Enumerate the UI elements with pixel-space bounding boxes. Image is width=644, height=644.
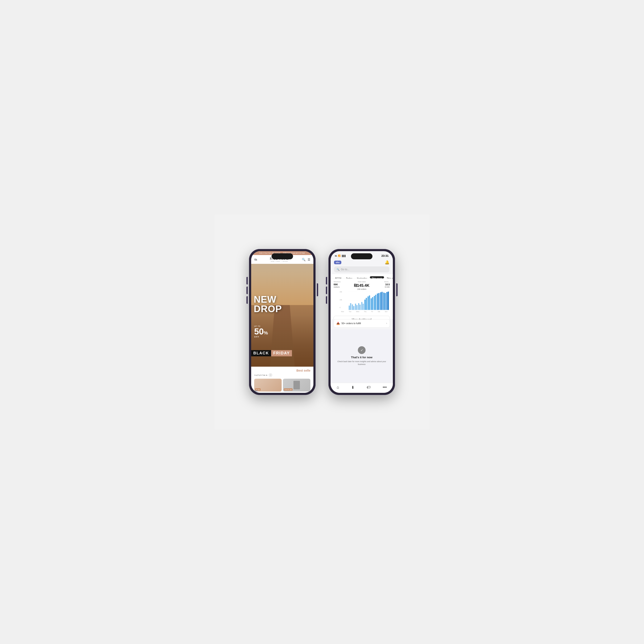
product-price-2: מסן 90.00 ₪ [284, 388, 293, 391]
phone-shopify: 61 📶 ▐▐▐ 23:31 sho 🔔 🔍 Go to... B [328, 249, 395, 395]
x-label-fri: Fri [371, 311, 373, 312]
tab-yesterday[interactable]: Yesterday [355, 276, 369, 278]
product-card-2[interactable]: מסן 90.00 ₪ [283, 379, 310, 392]
svg-rect-6 [353, 306, 355, 310]
chart-y-label-0: 0 [340, 307, 342, 308]
tab-today[interactable]: Today [344, 276, 354, 278]
svg-rect-22 [378, 293, 380, 310]
orders-left: 📥 50+ orders to fulfill [336, 322, 361, 325]
total-sales-value: ₪145.4K [350, 283, 373, 288]
orders-to-fulfill-row[interactable]: 📥 50+ orders to fulfill › [334, 319, 390, 328]
svg-rect-21 [377, 293, 378, 310]
svg-rect-17 [371, 298, 372, 310]
svg-rect-12 [363, 304, 364, 310]
home-nav-icon[interactable]: ⌂ [337, 385, 339, 390]
svg-rect-9 [358, 303, 359, 310]
search-placeholder: Go to... [341, 268, 349, 271]
store-badge[interactable]: sho [334, 261, 341, 264]
orders-fulfill-text: 50+ orders to fulfill [342, 322, 361, 325]
more-nav-icon[interactable]: ••• [383, 385, 387, 390]
bar-chart-svg [348, 291, 390, 310]
signal-icon: 61 [335, 255, 337, 257]
svg-rect-20 [375, 295, 377, 310]
wifi-icon: 📶 [338, 255, 340, 257]
svg-rect-18 [372, 297, 373, 310]
clock: 23:31 [381, 254, 389, 257]
view-dashboard-button[interactable]: View dashboard [334, 316, 390, 319]
download-nav-icon[interactable]: ⬇ [351, 385, 354, 390]
time-tabs: BFCM Today Yesterday This week This mont… [331, 274, 393, 279]
logo-sub: NEW YORK • JEANS [270, 261, 289, 262]
total-sales-label: Total sales [350, 281, 373, 283]
collection-arrow[interactable]: ‹ [269, 373, 272, 377]
esc-label: ESC [254, 390, 258, 392]
thats-it-section: ✓ That's it for now Check back later for… [331, 329, 393, 383]
product-card-1[interactable]: מסן 90 [254, 379, 282, 392]
tag-nav-icon[interactable]: 🏷 [367, 385, 371, 390]
tab-bfcm[interactable]: BFCM [333, 276, 343, 278]
svg-rect-19 [374, 296, 375, 310]
chart-y-label-10k: 10k [340, 299, 342, 301]
bottom-navigation: ⌂ ⬇ 🏷 ••• [331, 383, 393, 393]
percent-symbol: % [264, 330, 268, 336]
hero-section: NEW DROP UP TO 50 % OFF BLACK FRIDAY [251, 264, 313, 367]
dynamic-island-right [351, 253, 372, 259]
status-left: 61 📶 ▐▐▐ [335, 255, 345, 257]
thats-it-subtitle: Check back later for more insights and a… [335, 360, 389, 366]
tab-this-week[interactable]: This week [370, 276, 384, 278]
tab-this-month[interactable]: This month [385, 276, 393, 278]
orders-count: 198 orders [350, 288, 373, 290]
stat-sessions: Sessions 06K visitors [334, 281, 349, 290]
best-seller-title: Best selle [254, 369, 310, 372]
thats-it-title: That's it for now [351, 356, 372, 359]
svg-rect-3 [349, 306, 350, 310]
search-icon[interactable]: 🔍 [302, 258, 305, 261]
chart-x-labels: Mon Tue Wed Thu Fri Sat Sun [339, 311, 390, 312]
inbox-icon: 📥 [336, 322, 340, 325]
svg-rect-4 [350, 303, 351, 310]
visitors-label: visitors [334, 286, 349, 288]
x-label-mon: Mon [341, 311, 344, 312]
sessions2-value: 10.5 [375, 283, 390, 286]
hero-discount: UP TO 50 % OFF [254, 325, 268, 338]
main-content-card: BFCM Today Yesterday This week This mont… [331, 274, 393, 319]
cart-icon[interactable]: 🛍 [254, 258, 257, 261]
sales-chart: 20k 10k 0 [331, 291, 393, 314]
phone-shopify-screen: 61 📶 ▐▐▐ 23:31 sho 🔔 🔍 Go to... B [331, 251, 393, 393]
sessions2-sub: 8.93K [375, 286, 390, 288]
chevron-right-icon: › [386, 322, 387, 325]
main-scene: משלחת חינם בעריה מעל 399₪ משלחת לכל הארץ… [215, 215, 429, 429]
phone-salvaje: משלחת חינם בעריה מעל 399₪ משלחת לכל הארץ… [249, 249, 316, 395]
search-bar[interactable]: 🔍 Go to... [334, 266, 389, 272]
svg-rect-25 [383, 293, 384, 310]
chart-y-label-20k: 20k [340, 291, 342, 293]
stat-total-sales: Total sales ₪145.4K 198 orders [350, 281, 373, 290]
stats-row: Sessions 06K visitors Total sales ₪145.4… [331, 279, 393, 291]
x-label-thu: Thu [364, 311, 366, 312]
black-friday-banner: BLACK FRIDAY [251, 350, 313, 356]
collection-row: ‹ פי בכל הקולקציה [254, 373, 310, 377]
stat-sessions2: Sessi... 10.5 8.93K [375, 281, 390, 290]
svg-rect-28 [388, 292, 389, 310]
sessions2-label: Sessi... [375, 281, 390, 283]
x-label-tue: Tue [349, 311, 351, 312]
svg-rect-24 [381, 292, 383, 310]
x-label-sun: Sun [385, 311, 387, 312]
svg-rect-27 [386, 292, 388, 310]
signal-bars-icon: ▐▐▐ [341, 255, 345, 257]
dynamic-island-left [272, 253, 293, 259]
svg-rect-13 [365, 299, 366, 310]
sessions-label: Sessions [334, 281, 349, 283]
menu-icon[interactable]: ☰ [308, 258, 310, 261]
x-label-sat: Sat [378, 311, 380, 312]
x-label-wed: Wed [356, 311, 359, 312]
svg-rect-10 [360, 305, 361, 310]
phone-salvaje-screen: משלחת חינם בעריה מעל 399₪ משלחת לכל הארץ… [251, 251, 313, 393]
check-icon: ✓ [358, 346, 366, 354]
svg-rect-5 [352, 304, 353, 310]
svg-rect-11 [361, 302, 363, 310]
svg-rect-14 [366, 298, 367, 310]
svg-rect-23 [380, 292, 381, 310]
bell-icon[interactable]: 🔔 [385, 260, 389, 265]
product-row: מסן 90 מסן 90.00 ₪ [254, 379, 310, 392]
